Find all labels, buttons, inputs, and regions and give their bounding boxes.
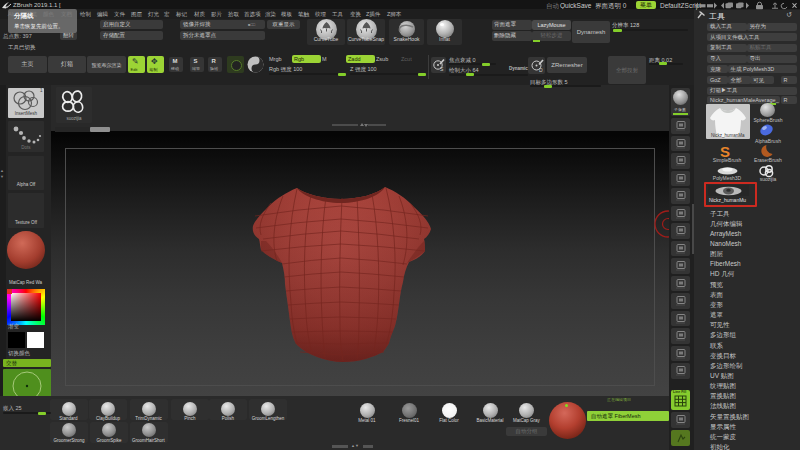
svg-text:D: D <box>539 67 543 73</box>
svg-text:S: S <box>440 66 444 72</box>
